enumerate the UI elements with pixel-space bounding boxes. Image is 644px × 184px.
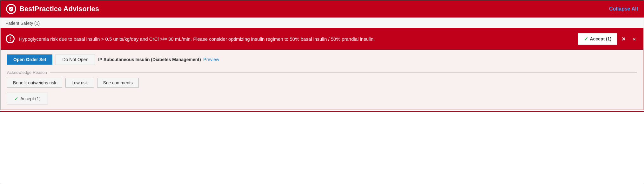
- accept-bottom-check-icon: ✓: [14, 96, 18, 102]
- open-order-set-button[interactable]: Open Order Set: [7, 54, 52, 65]
- advisory-expanded-content: Open Order Set Do Not Open IP Subcutaneo…: [1, 50, 643, 110]
- do-not-open-button[interactable]: Do Not Open: [56, 54, 95, 65]
- order-set-row: Open Order Set Do Not Open IP Subcutaneo…: [7, 54, 637, 65]
- advisory-card: ! Hypoglycemia risk due to basal insulin…: [0, 28, 644, 110]
- alert-icon-circle: !: [6, 34, 15, 43]
- reason-button-see-comments[interactable]: See comments: [97, 78, 139, 88]
- accept-top-label: Accept (1): [590, 36, 612, 41]
- alert-actions: ✓ Accept (1) × «: [578, 33, 638, 45]
- reason-low-risk-label: Low risk: [71, 80, 88, 85]
- order-set-name-text: IP Subcutaneous Insulin (Diabetes Manage…: [98, 57, 201, 62]
- collapse-button[interactable]: «: [630, 34, 638, 44]
- app-title: BestPractice Advisories: [19, 5, 99, 13]
- acknowledge-reason-label: Acknowledge Reason: [7, 70, 47, 75]
- preview-link[interactable]: Preview: [203, 57, 219, 62]
- collapse-all-link[interactable]: Collapse All: [609, 6, 638, 12]
- accept-top-button[interactable]: ✓ Accept (1): [578, 33, 618, 45]
- reason-button-low-risk[interactable]: Low risk: [65, 78, 94, 88]
- logo-icon: [6, 4, 16, 14]
- reason-benefit-label: Benefit outweighs risk: [13, 80, 56, 85]
- acknowledge-reason-buttons: Benefit outweighs risk Low risk See comm…: [7, 78, 637, 88]
- order-set-name: IP Subcutaneous Insulin (Diabetes Manage…: [98, 57, 219, 62]
- reason-see-comments-label: See comments: [103, 80, 133, 85]
- reason-button-benefit[interactable]: Benefit outweighs risk: [7, 78, 62, 88]
- section-label: Patient Safety (1): [0, 18, 644, 28]
- header: BestPractice Advisories Collapse All: [0, 0, 644, 18]
- patient-safety-label: Patient Safety (1): [5, 21, 40, 26]
- acknowledge-reason-divider: Acknowledge Reason: [7, 70, 637, 75]
- shield-check-icon: [8, 6, 14, 12]
- alert-message: Hypoglycemia risk due to basal insulin >…: [19, 36, 574, 42]
- alert-bar: ! Hypoglycemia risk due to basal insulin…: [1, 28, 643, 50]
- accept-bottom-button[interactable]: ✓ Accept (1): [7, 93, 48, 104]
- accept-bottom-row: ✓ Accept (1): [7, 93, 637, 104]
- checkmark-icon: ✓: [584, 36, 588, 42]
- accept-bottom-label: Accept (1): [20, 96, 41, 101]
- exclamation-icon: !: [9, 36, 11, 42]
- app-container: BestPractice Advisories Collapse All Pat…: [0, 0, 644, 184]
- dismiss-button[interactable]: ×: [619, 34, 628, 44]
- bottom-border: [0, 111, 644, 112]
- divider-line: [50, 72, 637, 73]
- header-logo: BestPractice Advisories: [6, 4, 99, 14]
